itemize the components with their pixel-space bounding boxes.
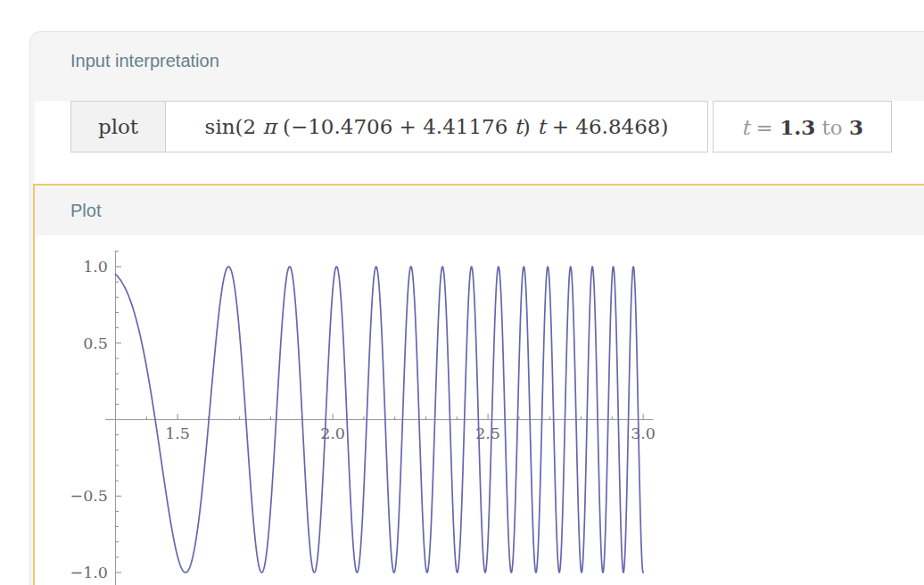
function-plot-image[interactable]: 1.52.02.53.01.00.5−0.5−1.0 — [35, 235, 923, 585]
formula-segment: (−10.4706 + 4.41176 — [276, 115, 515, 138]
input-interpretation-table: plot sin(2 π (−10.4706 + 4.41176 t) t + … — [70, 101, 924, 152]
plot-keyword-label: plot — [98, 115, 138, 138]
pod-plot-header: Plot — [35, 185, 924, 235]
formula-cell[interactable]: sin(2 π (−10.4706 + 4.41176 t) t + 46.84… — [166, 101, 708, 152]
input-interpretation-subpod[interactable]: plot sin(2 π (−10.4706 + 4.41176 t) t + … — [35, 101, 924, 184]
plot-keyword-cell: plot — [70, 101, 166, 152]
formula-segment: t — [515, 115, 523, 138]
formula-text: sin(2 π (−10.4706 + 4.41176 t) t + 46.84… — [205, 115, 669, 138]
y-tick-label: −0.5 — [70, 487, 109, 505]
variable-range-cell[interactable]: t = 1.3 to 3 — [713, 101, 892, 152]
x-tick-label: 1.5 — [165, 424, 190, 442]
pod-input-interpretation: Input interpretation plot sin(2 π (−10.4… — [30, 32, 924, 184]
formula-segment: t — [741, 116, 749, 139]
pod-title-plot: Plot — [70, 201, 101, 221]
pod-input-interpretation-header: Input interpretation — [30, 32, 924, 87]
pod-title-input-interpretation: Input interpretation — [70, 51, 924, 71]
formula-segment: 3 — [849, 115, 863, 139]
y-tick-label: −1.0 — [70, 564, 109, 581]
formula-segment: = — [749, 116, 780, 139]
x-tick-label: 3.0 — [631, 424, 656, 442]
pod-plot: Plot 1.52.02.53.01.00.5−0.5−1.0 — [33, 184, 924, 585]
formula-segment: ) — [523, 115, 537, 138]
variable-range-text: t = 1.3 to 3 — [741, 115, 863, 139]
plot-subpod: 1.52.02.53.01.00.5−0.5−1.0 — [35, 235, 924, 585]
y-tick-label: 0.5 — [83, 334, 108, 352]
y-tick-label: 1.0 — [83, 258, 108, 276]
formula-segment: to — [815, 116, 849, 139]
formula-segment: 1.3 — [780, 115, 815, 139]
formula-segment: sin(2 — [205, 115, 263, 138]
results-card: Input interpretation plot sin(2 π (−10.4… — [29, 31, 924, 585]
formula-segment: π — [263, 115, 276, 138]
page-background: Input interpretation plot sin(2 π (−10.4… — [0, 0, 924, 585]
formula-segment: + 46.8468) — [545, 115, 668, 138]
